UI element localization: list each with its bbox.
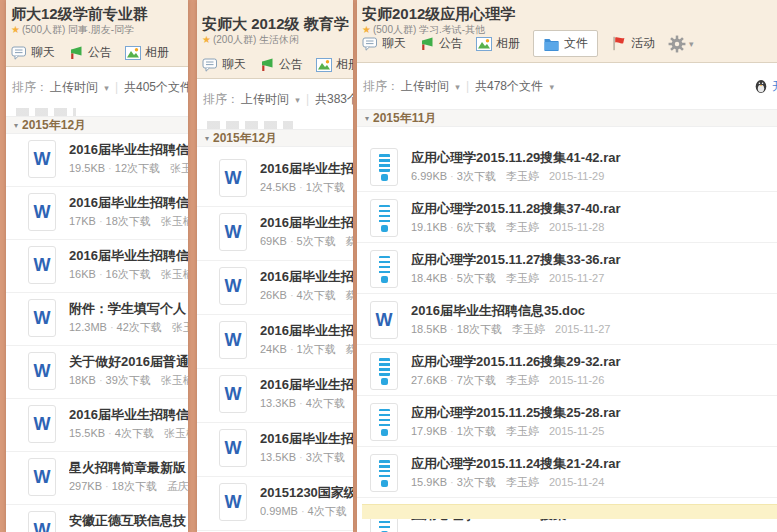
file-row[interactable]: W2016届毕业生招聘信17KB·18次下载张玉楠 bbox=[6, 187, 188, 240]
file-name: 应用心理学2015.11.27搜集33-36.rar bbox=[411, 252, 777, 267]
file-list: 应用心理学2015.11.29搜集41-42.rar6.99KB·3次下载李玉婷… bbox=[357, 141, 777, 532]
file-row[interactable]: W2016届毕业生招聘信16KB·16次下载张玉楠 bbox=[6, 240, 188, 293]
dot-separator: · bbox=[110, 321, 114, 333]
file-row[interactable]: 应用心理学2015.11.28搜集37-40.rar19.1KB·6次下载李玉婷… bbox=[357, 192, 777, 243]
file-row[interactable]: W2016届毕业生招聘信19.5KB·12次下载张玉楠 bbox=[6, 134, 188, 187]
file-name: 2016届毕业生招聘信 bbox=[69, 407, 188, 422]
dot-separator: · bbox=[99, 268, 103, 280]
divider: | bbox=[306, 92, 309, 106]
sort-order-dropdown[interactable]: 上传时间 ▾ bbox=[241, 91, 300, 108]
file-row[interactable]: W2016届毕业生招聘13.5KB·3次下载蔡 bbox=[197, 423, 353, 477]
upload-date: 2015-11-24 bbox=[549, 476, 604, 488]
file-row[interactable]: W安徽正德互联信息技 bbox=[6, 505, 188, 532]
download-count: 3次下载 bbox=[306, 451, 345, 463]
file-row[interactable]: 应用心理学2015.11.29搜集41-42.rar6.99KB·3次下载李玉婷… bbox=[357, 141, 777, 192]
file-row[interactable]: W2016届毕业生招聘24.5KB·1次下载蔡晓 bbox=[197, 153, 353, 207]
uploader-name: 孟庆娟 bbox=[167, 480, 188, 492]
tab-album[interactable]: 相册 bbox=[316, 56, 353, 73]
month-section-header[interactable]: ▾2015年12月 bbox=[197, 129, 353, 147]
file-row[interactable]: W2016届毕业生招聘69KB·5次下载蔡晓 bbox=[197, 207, 353, 261]
dropdown-arrow-icon: ▾ bbox=[295, 95, 300, 105]
download-count: 4次下载 bbox=[306, 397, 345, 409]
sort-order-dropdown[interactable]: 上传时间 ▾ bbox=[401, 78, 460, 95]
tab-activity[interactable]: 活动 bbox=[611, 35, 655, 52]
tab-chat[interactable]: 聊天 bbox=[11, 44, 55, 61]
tab-chat[interactable]: 聊天 bbox=[202, 56, 246, 73]
file-count-dropdown[interactable]: 共405个文件 ▾ bbox=[124, 79, 188, 96]
file-name: 应用心理学2015.11.24搜集21-24.rar bbox=[411, 456, 777, 471]
file-row[interactable]: W2016届毕业生招聘26KB·4次下载蔡晓 bbox=[197, 261, 353, 315]
download-count: 3次下载 bbox=[457, 476, 496, 488]
file-row[interactable]: 应用心理学2015.11.27搜集33-36.rar18.4KB·5次下载李玉婷… bbox=[357, 243, 777, 294]
file-size: 12.3MB bbox=[69, 321, 107, 333]
sort-label: 排序： bbox=[12, 79, 48, 96]
word-doc-icon: W bbox=[28, 458, 56, 496]
dot-separator: · bbox=[108, 162, 112, 174]
group-subtitle: (200人群) 生活休闲 bbox=[213, 34, 299, 45]
group-window-middle: 安师大 2012级 教育学 ★(200人群) 生活休闲 聊天 公告 相册 排序：… bbox=[197, 0, 353, 532]
word-doc-icon: W bbox=[219, 159, 247, 197]
file-row[interactable]: W关于做好2016届普通18KB·39次下载张玉楠 bbox=[6, 346, 188, 399]
download-count: 1次下载 bbox=[457, 425, 496, 437]
tab-chat[interactable]: 聊天 bbox=[362, 35, 406, 52]
user-badge[interactable]: 开 bbox=[754, 78, 777, 95]
file-row[interactable]: W2016届毕业生招聘24KB·1次下载蔡晓 bbox=[197, 315, 353, 369]
file-count-dropdown[interactable]: 共383个文件 bbox=[315, 91, 353, 108]
month-section-header[interactable]: ▾2015年12月 bbox=[6, 116, 188, 134]
dot-separator: · bbox=[450, 425, 454, 437]
group-subtitle: (500人群) 同事.朋友-同学 bbox=[22, 24, 134, 35]
sort-order-dropdown[interactable]: 上传时间 ▾ bbox=[50, 79, 109, 96]
file-row[interactable]: W2016届毕业生招聘信15.5KB·4次下载张玉楠 bbox=[6, 399, 188, 452]
word-doc-icon: W bbox=[219, 213, 247, 251]
file-size: 18.5KB bbox=[411, 323, 447, 335]
tab-album[interactable]: 相册 bbox=[125, 44, 169, 61]
dot-separator: · bbox=[301, 505, 305, 517]
dot-separator: · bbox=[450, 272, 454, 284]
download-count: 3次下载 bbox=[457, 170, 496, 182]
group-window-right: 安师2012级应用心理学 ★(500人群) 学习.考试-其他 聊天 公告 相册 … bbox=[357, 0, 777, 532]
file-size: 17KB bbox=[69, 215, 96, 227]
section-label: 2015年12月 bbox=[22, 118, 86, 132]
tab-announcements[interactable]: 公告 bbox=[68, 44, 112, 61]
star-icon: ★ bbox=[202, 34, 211, 45]
file-size: 18KB bbox=[69, 374, 96, 386]
file-row[interactable]: W20151230国家级0.99MB·4次下载 bbox=[197, 477, 353, 531]
tab-files[interactable]: 文件 bbox=[533, 30, 598, 57]
file-name: 应用心理学2015.11.29搜集41-42.rar bbox=[411, 150, 777, 165]
tab-announcements[interactable]: 公告 bbox=[259, 56, 303, 73]
file-row[interactable]: 应用心理学2015.11.24搜集21-24.rar15.9KB·3次下载李玉婷… bbox=[357, 447, 777, 498]
file-row[interactable]: W2016届毕业生招聘13.3KB·4次下载蔡 bbox=[197, 369, 353, 423]
tab-announcements[interactable]: 公告 bbox=[419, 35, 463, 52]
file-meta: 6.99KB·3次下载李玉婷2015-11-29 bbox=[411, 169, 777, 184]
window-header: 师大12级学前专业群 ★(500人群) 同事.朋友-同学 聊天 公告 相册 bbox=[6, 0, 188, 67]
file-row[interactable]: W2016届毕业生招聘信息35.doc18.5KB·18次下载李玉婷2015-1… bbox=[357, 294, 777, 345]
file-row[interactable]: 应用心理学2015.11.26搜集29-32.rar27.6KB·7次下载李玉婷… bbox=[357, 345, 777, 396]
collapse-arrow-icon: ▾ bbox=[14, 118, 18, 134]
uploader-name: 李玉婷 bbox=[506, 272, 539, 284]
file-meta: 18.4KB·5次下载李玉婷2015-11-27 bbox=[411, 271, 777, 286]
file-count-dropdown[interactable]: 共478个文件 ▾ bbox=[475, 78, 554, 95]
file-meta: 24KB·1次下载蔡晓 bbox=[260, 342, 353, 357]
file-row[interactable]: W附件：学生填写个人12.3MB·42次下载张玉 bbox=[6, 293, 188, 346]
file-row[interactable]: 应用心理学2015.11.25搜集25-28.rar17.9KB·1次下载李玉婷… bbox=[357, 396, 777, 447]
file-meta: 0.99MB·4次下载 bbox=[260, 504, 353, 519]
uploader-name: 李玉婷 bbox=[506, 425, 539, 437]
file-name: 2016届毕业生招聘 bbox=[260, 431, 353, 446]
rar-archive-icon bbox=[370, 148, 398, 186]
file-list: W2016届毕业生招聘24.5KB·1次下载蔡晓W2016届毕业生招聘69KB·… bbox=[197, 153, 353, 531]
tab-album[interactable]: 相册 bbox=[476, 35, 520, 52]
group-title: 安师大 2012级 教育学 bbox=[202, 15, 347, 32]
file-meta: 18KB·39次下载张玉楠 bbox=[69, 373, 188, 388]
file-meta: 13.5KB·3次下载蔡 bbox=[260, 450, 353, 465]
settings-menu-button[interactable]: ▾ bbox=[668, 35, 694, 53]
rar-archive-icon bbox=[370, 250, 398, 288]
upload-date: 2015-11-26 bbox=[549, 374, 604, 386]
word-doc-icon: W bbox=[28, 352, 56, 390]
uploader-name: 蔡晓 bbox=[346, 289, 353, 301]
month-section-header[interactable]: ▾2015年11月 bbox=[357, 109, 777, 127]
file-meta: 15.5KB·4次下载张玉楠 bbox=[69, 426, 188, 441]
file-meta: 19.1KB·6次下载李玉婷2015-11-28 bbox=[411, 220, 777, 235]
file-name: 关于做好2016届普通 bbox=[69, 354, 188, 369]
file-row[interactable]: W星火招聘简章最新版297KB·18次下载孟庆娟 bbox=[6, 452, 188, 505]
uploader-name: 张玉楠 bbox=[161, 374, 188, 386]
